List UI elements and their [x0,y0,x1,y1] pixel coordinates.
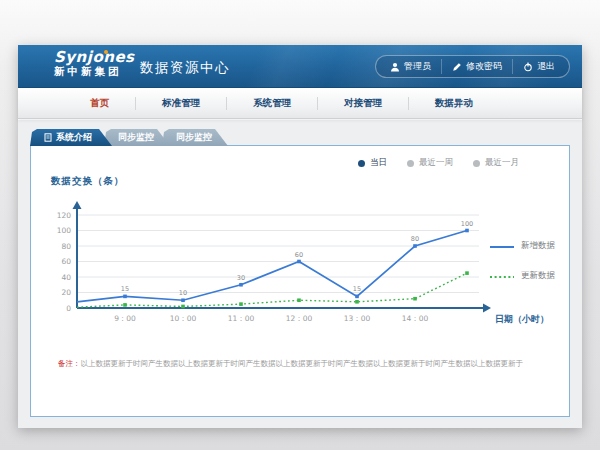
range-label: 当日 [370,157,387,169]
nav-item-home[interactable]: 首页 [64,97,135,110]
power-icon [523,62,533,72]
svg-text:11 : 00: 11 : 00 [228,314,255,323]
legend-sample [489,266,515,285]
nav-item-integration-mgmt[interactable]: 对接管理 [318,97,408,110]
nav-item-data-change[interactable]: 数据异动 [409,97,499,110]
svg-text:15: 15 [121,285,129,293]
svg-text:120: 120 [57,211,72,220]
svg-text:10: 10 [179,289,187,297]
user-label: 管理员 [404,60,431,73]
tab-label: 同步监控 [118,131,154,144]
svg-text:60: 60 [61,257,71,266]
svg-text:100: 100 [461,220,473,228]
range-label: 最近一月 [485,157,519,169]
app-window: Synjones 新中新集团 数据资源中心 管理员 修改密码 [18,45,582,428]
y-axis-title: 数据交换（条） [51,175,125,188]
nav-item-standard-mgmt[interactable]: 标准管理 [136,97,226,110]
chart-legend: 新增数据 更新数据 [489,236,555,285]
change-password-button[interactable]: 修改密码 [441,59,512,74]
svg-text:20: 20 [61,288,71,297]
range-label: 最近一周 [419,157,453,169]
page-title: 数据资源中心 [140,59,230,77]
change-password-label: 修改密码 [466,60,502,73]
tab-label: 同步监控 [176,131,212,144]
user-menu: 管理员 修改密码 退出 [375,55,570,78]
range-option-last-week[interactable]: 最近一周 [407,157,453,169]
svg-text:80: 80 [61,242,71,251]
radio-dot-icon [407,160,414,167]
logo-text-en: Synjones [54,49,135,66]
tab-bar: 系统介绍 同步监控 同步监控 [30,129,220,146]
legend-item-updated-data[interactable]: 更新数据 [489,266,555,285]
tab-sync-monitor-2[interactable]: 同步监控 [162,129,228,146]
svg-text:30: 30 [237,274,245,282]
svg-text:60: 60 [295,251,303,259]
edit-icon [452,62,462,72]
logout-label: 退出 [537,60,555,73]
svg-text:12 : 00: 12 : 00 [286,314,313,323]
chart-panel: 当日 最近一周 最近一月 数据交换（条） 0204060801001209 : … [30,145,570,417]
tab-system-intro[interactable]: 系统介绍 [30,129,112,146]
svg-text:80: 80 [411,235,419,243]
logo-orange-dot-icon [104,50,108,54]
legend-label: 更新数据 [521,270,555,282]
radio-dot-icon [473,160,480,167]
radio-dot-icon [358,160,365,167]
app-header: Synjones 新中新集团 数据资源中心 管理员 修改密码 [18,45,582,88]
range-option-today[interactable]: 当日 [358,157,387,169]
svg-text:9 : 00: 9 : 00 [114,314,136,323]
main-nav: 首页 标准管理 系统管理 对接管理 数据异动 [18,88,582,119]
legend-label: 新增数据 [521,240,555,252]
user-icon [390,62,400,72]
line-chart: 0204060801001209 : 0010 : 0011 : 0012 : … [39,190,559,330]
legend-item-new-data[interactable]: 新增数据 [489,236,555,255]
document-icon [44,133,52,142]
svg-text:0: 0 [66,304,71,313]
logo: Synjones 新中新集团 [54,49,135,77]
svg-text:100: 100 [57,226,72,235]
footer-note-text: 以上数据更新于时间产生数据以上数据更新于时间产生数据以上数据更新于时间产生数据以… [81,359,524,368]
logout-button[interactable]: 退出 [512,59,565,74]
footer-note: 备注：以上数据更新于时间产生数据以上数据更新于时间产生数据以上数据更新于时间产生… [58,359,561,369]
svg-text:14 : 00: 14 : 00 [402,314,429,323]
svg-text:40: 40 [61,273,71,282]
footer-note-prefix: 备注： [58,359,81,368]
svg-text:10 : 00: 10 : 00 [170,314,197,323]
range-option-last-month[interactable]: 最近一月 [473,157,519,169]
legend-sample [489,236,515,255]
svg-text:13 : 00: 13 : 00 [344,314,371,323]
tab-label: 系统介绍 [56,131,92,144]
admin-user-button[interactable]: 管理员 [380,59,441,74]
logo-text-cn: 新中新集团 [54,66,135,78]
nav-item-system-mgmt[interactable]: 系统管理 [227,97,317,110]
time-range-options: 当日 最近一周 最近一月 [358,157,519,169]
svg-text:15: 15 [353,285,361,293]
svg-text:日期（小时）: 日期（小时） [495,314,549,324]
tab-sync-monitor-1[interactable]: 同步监控 [104,129,170,146]
content-area: 系统介绍 同步监控 同步监控 当日 最近一周 [18,120,582,428]
